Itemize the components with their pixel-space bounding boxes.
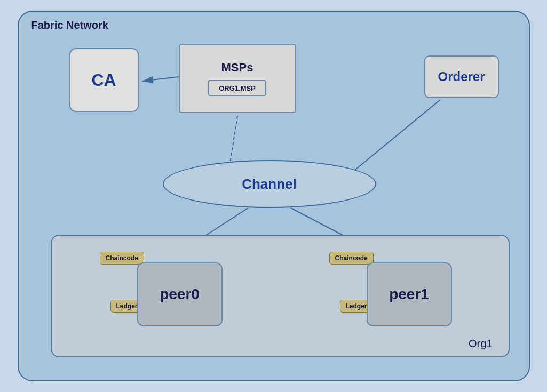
- msps-box: MSPs ORG1.MSP: [179, 44, 296, 113]
- channel-ellipse: Channel: [163, 160, 376, 208]
- peer1-chaincode-tab: Chaincode: [329, 252, 374, 265]
- peer0-box: peer0: [137, 262, 223, 326]
- peer0-label: peer0: [160, 286, 200, 303]
- ca-label: CA: [91, 70, 116, 90]
- org1-label: Org1: [469, 338, 492, 350]
- org1-box: Chaincode Ledger peer0 Chaincode Ledger …: [51, 235, 510, 357]
- orderer-label: Orderer: [438, 69, 485, 84]
- peer1-label: peer1: [389, 286, 429, 303]
- channel-label: Channel: [242, 176, 297, 193]
- orderer-box: Orderer: [424, 55, 499, 98]
- svg-line-2: [142, 77, 179, 81]
- svg-line-4: [350, 100, 440, 174]
- peer1-box: peer1: [367, 262, 452, 326]
- org1-msp-box: ORG1.MSP: [208, 80, 266, 96]
- fabric-network-title: Fabric Network: [31, 19, 108, 31]
- org1-msp-label: ORG1.MSP: [219, 84, 256, 92]
- peer0-chaincode-tab: Chaincode: [100, 252, 144, 265]
- msps-title: MSPs: [221, 61, 253, 75]
- fabric-network-container: Fabric Network CA MSPs ORG1.MSP: [18, 11, 530, 381]
- ca-box: CA: [69, 48, 139, 112]
